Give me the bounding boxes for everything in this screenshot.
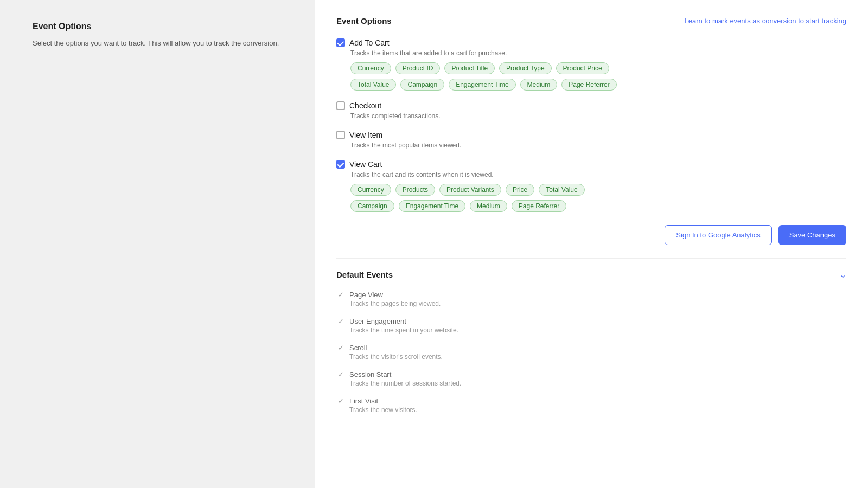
tag-page-referrer: Page Referrer [512, 200, 566, 212]
check-icon-4: ✓ [336, 397, 345, 405]
tag-product-variants: Product Variants [439, 184, 501, 196]
tag-product-price: Product Price [556, 62, 609, 74]
event-label-row-view-item: View Item [336, 131, 846, 139]
tag-campaign: Campaign [400, 79, 444, 91]
default-events-list: ✓Page ViewTracks the pages being viewed.… [336, 291, 846, 414]
default-event-label-row-1: ✓User Engagement [336, 317, 846, 325]
section-header: Event Options Learn to mark events as co… [336, 16, 846, 25]
default-event-name-0: Page View [349, 291, 383, 299]
left-panel-description: Select the options you want to track. Th… [33, 38, 282, 49]
left-panel-title: Event Options [33, 22, 282, 31]
check-icon-2: ✓ [336, 344, 345, 352]
action-row: Sign In to Google Analytics Save Changes [336, 225, 846, 245]
learn-link[interactable]: Learn to mark events as conversion to st… [685, 17, 846, 25]
tag-total-value: Total Value [539, 184, 584, 196]
default-event-item-3: ✓Session StartTracks the number of sessi… [336, 370, 846, 387]
event-name-view-item: View Item [349, 131, 382, 139]
check-icon-1: ✓ [336, 317, 345, 325]
event-label-row-checkout: Checkout [336, 101, 846, 110]
tags-row-add-to-cart-1: CurrencyProduct IDProduct TitleProduct T… [350, 62, 846, 74]
default-event-item-0: ✓Page ViewTracks the pages being viewed. [336, 291, 846, 307]
default-events-section: Default Events ⌄ ✓Page ViewTracks the pa… [336, 258, 846, 414]
tag-product-title: Product Title [444, 62, 495, 74]
checkbox-view-item[interactable] [336, 131, 345, 139]
right-panel: Event Options Learn to mark events as co… [315, 0, 868, 488]
event-label-row-view-cart: View Cart [336, 160, 846, 169]
tag-page-referrer: Page Referrer [561, 79, 616, 91]
tags-row-add-to-cart-2: Total ValueCampaignEngagement TimeMedium… [350, 79, 846, 91]
tag-price: Price [506, 184, 534, 196]
checkbox-add-to-cart[interactable] [336, 38, 345, 47]
event-desc-view-cart: Tracks the cart and its contents when it… [350, 171, 846, 178]
default-event-label-row-0: ✓Page View [336, 291, 846, 299]
checkbox-view-cart[interactable] [336, 160, 345, 169]
events-container: Add To CartTracks the items that are add… [336, 38, 846, 212]
event-item-checkout: CheckoutTracks completed transactions. [336, 101, 846, 120]
default-event-desc-1: Tracks the time spent in your website. [349, 326, 846, 334]
default-event-item-4: ✓First VisitTracks the new visitors. [336, 397, 846, 414]
default-event-desc-4: Tracks the new visitors. [349, 406, 846, 414]
check-icon-0: ✓ [336, 291, 345, 299]
event-desc-checkout: Tracks completed transactions. [350, 112, 846, 120]
default-event-name-4: First Visit [349, 397, 378, 405]
default-event-desc-2: Tracks the visitor's scroll events. [349, 353, 846, 361]
tag-medium: Medium [470, 200, 507, 212]
tag-engagement-time: Engagement Time [449, 79, 515, 91]
default-event-name-2: Scroll [349, 344, 367, 352]
left-panel: Event Options Select the options you wan… [0, 0, 315, 488]
event-name-view-cart: View Cart [349, 160, 382, 169]
tags-row-view-cart-1: CurrencyProductsProduct VariantsPriceTot… [350, 184, 846, 196]
default-event-item-1: ✓User EngagementTracks the time spent in… [336, 317, 846, 334]
event-name-add-to-cart: Add To Cart [349, 38, 390, 47]
default-event-name-1: User Engagement [349, 317, 406, 325]
event-desc-view-item: Tracks the most popular items viewed. [350, 142, 846, 149]
default-event-label-row-2: ✓Scroll [336, 344, 846, 352]
default-events-title: Default Events [336, 270, 393, 279]
tag-campaign: Campaign [350, 200, 394, 212]
tag-medium: Medium [520, 79, 558, 91]
tag-product-id: Product ID [395, 62, 441, 74]
tag-currency: Currency [350, 184, 391, 196]
default-event-item-2: ✓ScrollTracks the visitor's scroll event… [336, 344, 846, 361]
event-options-title: Event Options [336, 16, 392, 25]
event-label-row-add-to-cart: Add To Cart [336, 38, 846, 47]
chevron-down-icon[interactable]: ⌄ [839, 269, 846, 280]
event-name-checkout: Checkout [349, 101, 381, 110]
sign-in-button[interactable]: Sign In to Google Analytics [665, 225, 771, 245]
save-changes-button[interactable]: Save Changes [778, 225, 846, 245]
default-event-desc-0: Tracks the pages being viewed. [349, 300, 846, 307]
tag-currency: Currency [350, 62, 391, 74]
tag-engagement-time: Engagement Time [399, 200, 465, 212]
event-item-view-cart: View CartTracks the cart and its content… [336, 160, 846, 212]
tag-total-value: Total Value [350, 79, 396, 91]
default-event-label-row-3: ✓Session Start [336, 370, 846, 378]
default-event-desc-3: Tracks the number of sessions started. [349, 380, 846, 387]
tag-products: Products [395, 184, 435, 196]
event-item-add-to-cart: Add To CartTracks the items that are add… [336, 38, 846, 91]
event-desc-add-to-cart: Tracks the items that are added to a car… [350, 49, 846, 57]
tag-product-type: Product Type [499, 62, 552, 74]
default-event-name-3: Session Start [349, 370, 391, 378]
check-icon-3: ✓ [336, 370, 345, 378]
event-item-view-item: View ItemTracks the most popular items v… [336, 131, 846, 149]
checkbox-checkout[interactable] [336, 101, 345, 110]
default-event-label-row-4: ✓First Visit [336, 397, 846, 405]
tags-row-view-cart-2: CampaignEngagement TimeMediumPage Referr… [350, 200, 846, 212]
default-events-header: Default Events ⌄ [336, 269, 846, 280]
